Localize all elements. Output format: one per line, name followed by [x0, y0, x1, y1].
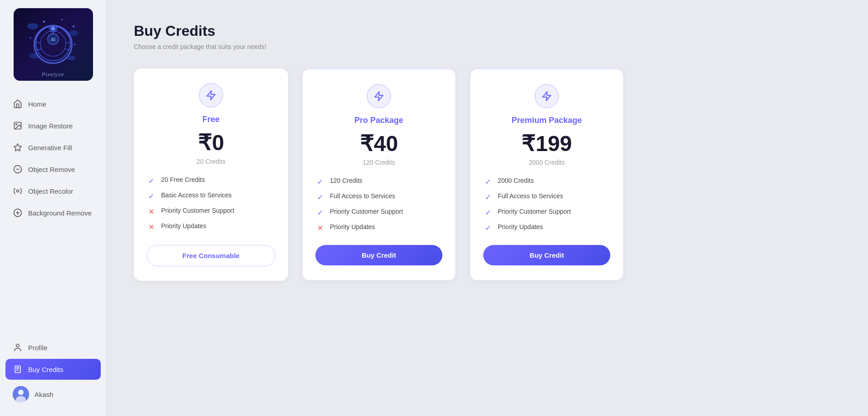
check-icon-yes: ✓ [315, 177, 324, 186]
check-icon-yes: ✓ [147, 176, 156, 185]
check-icon-yes: ✓ [483, 177, 492, 186]
plan-features-pro: ✓ 120 Credits ✓ Full Access to Services … [315, 177, 442, 232]
plan-icon-pro [367, 84, 391, 108]
check-icon-no: ✕ [147, 207, 156, 216]
feature-pro-0: ✓ 120 Credits [315, 177, 442, 186]
sidebar-item-object-recolor[interactable]: Object Recolor [5, 181, 101, 201]
background-remove-icon [13, 208, 23, 218]
premium-plan-button[interactable]: Buy Credit [483, 245, 610, 265]
sidebar-item-home-label: Home [28, 100, 46, 108]
plan-card-pro: Pro Package ₹40 120 Credits ✓ 120 Credit… [302, 69, 456, 281]
feature-premium-0: ✓ 2000 Credits [483, 177, 610, 186]
feature-text: 2000 Credits [498, 177, 534, 184]
feature-text: Full Access to Services [498, 192, 563, 200]
plan-card-free: Free ₹0 20 Credits ✓ 20 Free Credits ✓ B… [134, 69, 288, 281]
svg-point-2 [49, 25, 57, 32]
check-icon-yes: ✓ [147, 191, 156, 201]
svg-point-15 [74, 44, 76, 45]
sidebar-item-background-remove[interactable]: Background Remove [5, 202, 101, 223]
check-icon-yes: ✓ [483, 223, 492, 232]
object-recolor-icon [13, 186, 23, 196]
svg-point-25 [18, 390, 24, 395]
user-name: Akash [34, 391, 54, 398]
lightning-icon-premium [541, 91, 552, 102]
generative-fill-icon [13, 142, 23, 152]
feature-text: Priority Updates [498, 223, 543, 230]
plan-price-free: ₹0 [198, 130, 224, 155]
plan-icon-premium [535, 84, 559, 108]
svg-point-11 [43, 21, 45, 23]
check-icon-yes: ✓ [315, 192, 324, 201]
sidebar-item-object-remove[interactable]: Object Remove [5, 159, 101, 180]
main-content: Buy Credits Choose a credit package that… [107, 0, 868, 416]
plan-price-pro: ₹40 [360, 131, 398, 156]
svg-point-0 [36, 26, 70, 61]
plan-features-premium: ✓ 2000 Credits ✓ Full Access to Services… [483, 177, 610, 232]
feature-premium-2: ✓ Priority Customer Support [483, 208, 610, 217]
feature-premium-1: ✓ Full Access to Services [483, 192, 610, 201]
svg-marker-18 [14, 144, 22, 151]
svg-point-7 [27, 23, 38, 29]
svg-point-1 [40, 31, 66, 56]
svg-point-14 [30, 37, 31, 39]
plan-name-pro: Pro Package [354, 116, 403, 125]
avatar [13, 386, 29, 402]
profile-icon [13, 343, 23, 352]
sidebar-item-object-remove-label: Object Remove [28, 166, 75, 173]
feature-pro-1: ✓ Full Access to Services [315, 192, 442, 201]
svg-point-22 [16, 344, 20, 347]
sidebar-item-user[interactable]: Akash [5, 382, 101, 407]
sidebar-item-object-recolor-label: Object Recolor [28, 187, 73, 195]
check-icon-no: ✕ [315, 223, 324, 232]
buy-credits-icon [13, 364, 23, 374]
feature-pro-3: ✕ Priority Updates [315, 223, 442, 232]
sidebar-item-buy-credits[interactable]: Buy Credits [5, 359, 101, 380]
feature-premium-3: ✓ Priority Updates [483, 223, 610, 232]
logo-container: AI Pixelyze [0, 0, 106, 89]
free-plan-button[interactable]: Free Consumable [147, 245, 275, 266]
plan-credits-premium: 2000 Credits [529, 159, 564, 166]
logo-svg: AI [21, 13, 85, 76]
sidebar-nav: Home Image Restore Generative Fill [0, 89, 106, 333]
feature-text: Priority Updates [161, 222, 206, 230]
sidebar-item-home[interactable]: Home [5, 93, 101, 114]
logo-label: Pixelyze [42, 72, 64, 77]
sidebar-item-background-remove-label: Background Remove [28, 209, 92, 217]
sidebar-item-profile[interactable]: Profile [5, 338, 101, 357]
plan-card-premium: Premium Package ₹199 2000 Credits ✓ 2000… [470, 69, 624, 281]
feature-text: Priority Customer Support [161, 207, 234, 214]
sidebar-item-image-restore[interactable]: Image Restore [5, 115, 101, 136]
feature-free-2: ✕ Priority Customer Support [147, 207, 275, 216]
plan-name-premium: Premium Package [511, 116, 582, 125]
plan-credits-pro: 120 Credits [363, 159, 395, 166]
sidebar-item-generative-fill[interactable]: Generative Fill [5, 137, 101, 158]
sidebar-item-generative-fill-label: Generative Fill [28, 144, 72, 152]
plan-credits-free: 20 Credits [196, 158, 226, 165]
sidebar-bottom: Profile Buy Credits Akash [0, 333, 106, 416]
pro-plan-button[interactable]: Buy Credit [315, 245, 442, 265]
svg-point-5 [48, 34, 59, 44]
feature-text: Full Access to Services [330, 192, 395, 200]
plan-name-free: Free [202, 115, 220, 124]
feature-text: Priority Customer Support [330, 208, 403, 215]
page-subtitle: Choose a credit package that suits your … [134, 43, 841, 50]
svg-point-20 [17, 190, 19, 192]
plan-price-premium: ₹199 [521, 131, 572, 156]
svg-point-17 [16, 124, 17, 125]
feature-free-1: ✓ Basic Access to Services [147, 191, 275, 201]
feature-text: Priority Updates [330, 223, 375, 230]
avatar-img [13, 386, 29, 402]
plan-features-free: ✓ 20 Free Credits ✓ Basic Access to Serv… [147, 176, 275, 231]
svg-text:AI: AI [51, 37, 55, 42]
svg-point-3 [51, 27, 55, 30]
feature-text: 120 Credits [330, 177, 363, 184]
sidebar-item-profile-label: Profile [28, 344, 48, 352]
svg-point-12 [62, 19, 63, 20]
svg-point-13 [73, 25, 74, 27]
page-title: Buy Credits [134, 23, 841, 39]
feature-text: Basic Access to Services [161, 191, 232, 199]
lightning-icon-free [206, 90, 216, 101]
svg-point-8 [69, 30, 78, 36]
check-icon-yes: ✓ [483, 208, 492, 217]
svg-point-10 [29, 53, 39, 59]
